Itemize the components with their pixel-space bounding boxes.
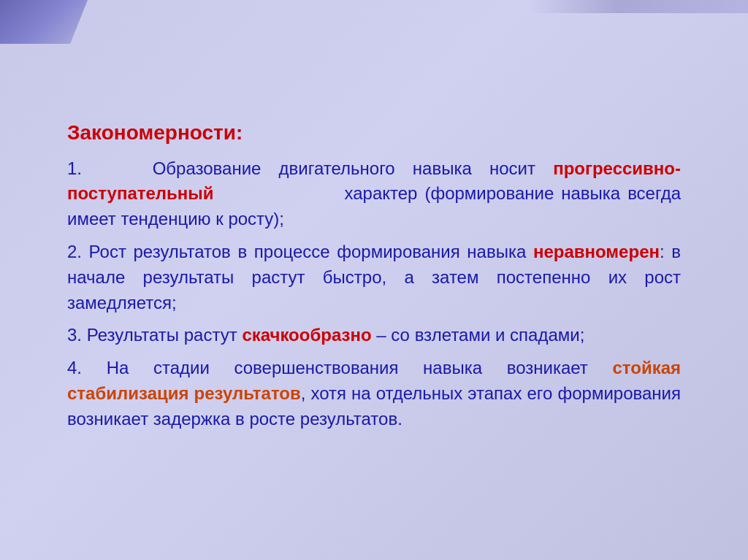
top-right-decoration <box>529 0 748 13</box>
p3-text: – со взлетами и спадами; <box>372 325 585 345</box>
slide-container: Закономерности: 1. Образование двигатель… <box>0 0 748 560</box>
p3-number: 3. Результаты растут <box>67 325 242 345</box>
p1-number: 1. Образование двигательного навыка носи… <box>67 158 553 178</box>
corner-decoration <box>0 0 88 44</box>
p4-number: 4. На стадии совершенствования навыка во… <box>67 358 612 377</box>
p2-number: 2. Рост результатов в процессе формирова… <box>67 242 533 261</box>
p2-highlight: неравномерен <box>533 242 660 261</box>
main-heading: Закономерности: <box>67 121 681 145</box>
paragraph-4: 4. На стадии совершенствования навыка во… <box>67 356 681 431</box>
paragraph-3: 3. Результаты растут скачкообразно – со … <box>67 323 681 348</box>
paragraph-2: 2. Рост результатов в процессе формирова… <box>67 239 681 315</box>
p3-highlight: скачкообразно <box>242 325 371 345</box>
content-area: Закономерности: 1. Образование двигатель… <box>45 107 703 454</box>
paragraph-1: 1. Образование двигательного навыка носи… <box>67 156 681 232</box>
